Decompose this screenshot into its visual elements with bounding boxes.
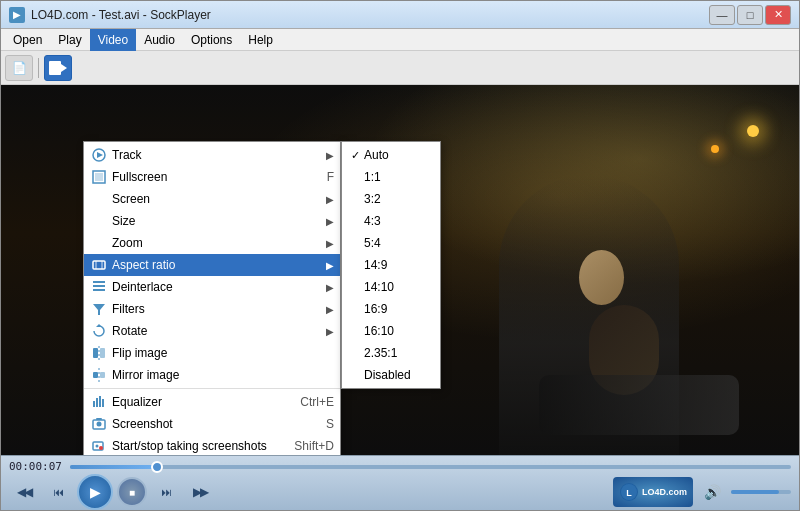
menu-aspect-ratio[interactable]: Aspect ratio ▶ xyxy=(84,254,340,276)
track-icon xyxy=(90,146,108,164)
svg-marker-12 xyxy=(93,304,105,315)
menu-open[interactable]: Open xyxy=(5,29,50,51)
disabled-label: Disabled xyxy=(364,368,434,382)
screen-label: Screen xyxy=(112,192,326,206)
menu-equalizer[interactable]: Equalizer Ctrl+E xyxy=(84,391,340,413)
aspect-1-1[interactable]: 1:1 xyxy=(342,166,440,188)
menu-track[interactable]: Track ▶ xyxy=(84,144,340,166)
flip-icon xyxy=(90,344,108,362)
title-bar: ▶ LO4D.com - Test.avi - SockPlayer — □ ✕ xyxy=(1,1,799,29)
aspect-disabled[interactable]: Disabled xyxy=(342,364,440,386)
svg-point-29 xyxy=(96,445,99,448)
svg-rect-18 xyxy=(100,372,105,378)
volume-icon[interactable]: 🔊 xyxy=(697,477,727,507)
deinterlace-label: Deinterlace xyxy=(112,280,326,294)
1-1-label: 1:1 xyxy=(364,170,434,184)
menu-screenshot[interactable]: Screenshot S xyxy=(84,413,340,435)
deinterlace-arrow: ▶ xyxy=(326,282,334,293)
minimize-button[interactable]: — xyxy=(709,5,735,25)
aspect-3-2[interactable]: 3:2 xyxy=(342,188,440,210)
14-10-label: 14:10 xyxy=(364,280,434,294)
screenshot-start-label: Start/stop taking screenshots xyxy=(112,439,274,453)
svg-rect-6 xyxy=(93,261,105,269)
aspect-icon xyxy=(90,256,108,274)
aspect-14-9[interactable]: 14:9 xyxy=(342,254,440,276)
screenshot-shortcut: S xyxy=(326,417,334,431)
menu-size[interactable]: Size ▶ xyxy=(84,210,340,232)
fast-forward-button[interactable]: ▶▶ xyxy=(185,477,215,507)
close-button[interactable]: ✕ xyxy=(765,5,791,25)
aspect-4-3[interactable]: 4:3 xyxy=(342,210,440,232)
progress-bar[interactable] xyxy=(70,465,791,469)
mirror-icon xyxy=(90,366,108,384)
menu-audio[interactable]: Audio xyxy=(136,29,183,51)
aspect-2-35-1[interactable]: 2.35:1 xyxy=(342,342,440,364)
svg-point-28 xyxy=(99,446,103,450)
screenshot-icon xyxy=(90,415,108,433)
aspect-5-4[interactable]: 5:4 xyxy=(342,232,440,254)
menu-play[interactable]: Play xyxy=(50,29,89,51)
menu-bar: Open Play Video Audio Options Help xyxy=(1,29,799,51)
title-bar-left: ▶ LO4D.com - Test.avi - SockPlayer xyxy=(9,7,211,23)
play-button[interactable]: ▶ xyxy=(77,474,113,510)
aspect-16-9[interactable]: 16:9 xyxy=(342,298,440,320)
menu-screen[interactable]: Screen ▶ xyxy=(84,188,340,210)
svg-marker-3 xyxy=(97,152,103,158)
menu-video[interactable]: Video xyxy=(90,29,136,51)
prev-button[interactable]: ⏮ xyxy=(43,477,73,507)
svg-rect-9 xyxy=(93,281,105,283)
menu-fullscreen[interactable]: Fullscreen F xyxy=(84,166,340,188)
equalizer-label: Equalizer xyxy=(112,395,280,409)
menu-flip[interactable]: Flip image xyxy=(84,342,340,364)
next-button[interactable]: ⏭ xyxy=(151,477,181,507)
zoom-label: Zoom xyxy=(112,236,326,250)
aspect-16-10[interactable]: 16:10 xyxy=(342,320,440,342)
menu-screenshot-start[interactable]: Start/stop taking screenshots Shift+D xyxy=(84,435,340,455)
filters-icon xyxy=(90,300,108,318)
size-arrow: ▶ xyxy=(326,216,334,227)
16-9-label: 16:9 xyxy=(364,302,434,316)
rewind-button[interactable]: ◀◀ xyxy=(9,477,39,507)
lo4d-logo: L LO4D.com xyxy=(613,477,693,507)
4-3-label: 4:3 xyxy=(364,214,434,228)
stop-button[interactable]: ■ xyxy=(117,477,147,507)
toolbar-video-btn[interactable] xyxy=(44,55,72,81)
track-arrow: ▶ xyxy=(326,150,334,161)
maximize-button[interactable]: □ xyxy=(737,5,763,25)
separator-1 xyxy=(84,388,340,389)
zoom-icon xyxy=(90,234,108,252)
menu-zoom[interactable]: Zoom ▶ xyxy=(84,232,340,254)
screenshot-start-icon xyxy=(90,437,108,455)
svg-rect-20 xyxy=(93,401,95,407)
current-time: 00:00:07 xyxy=(9,460,64,473)
5-4-label: 5:4 xyxy=(364,236,434,250)
menu-help[interactable]: Help xyxy=(240,29,281,51)
rotate-icon xyxy=(90,322,108,340)
screen-arrow: ▶ xyxy=(326,194,334,205)
menu-deinterlace[interactable]: Deinterlace ▶ xyxy=(84,276,340,298)
video-dropdown-menu: Track ▶ Fullscreen F Screen ▶ Size ▶ xyxy=(83,141,341,455)
equalizer-icon xyxy=(90,393,108,411)
filters-label: Filters xyxy=(112,302,326,316)
volume-fill xyxy=(731,490,779,494)
control-bar: 00:00:07 ◀◀ ⏮ ▶ ■ ⏭ ▶▶ L LO4D.com 🔊 xyxy=(1,455,799,510)
svg-rect-17 xyxy=(93,372,98,378)
size-label: Size xyxy=(112,214,326,228)
deinterlace-icon xyxy=(90,278,108,296)
svg-rect-21 xyxy=(96,398,98,407)
volume-track[interactable] xyxy=(731,490,791,494)
menu-options[interactable]: Options xyxy=(183,29,240,51)
progress-thumb xyxy=(151,461,163,473)
logo-content: L LO4D.com xyxy=(619,482,687,502)
controls-row: ◀◀ ⏮ ▶ ■ ⏭ ▶▶ L LO4D.com 🔊 xyxy=(9,477,791,507)
app-icon: ▶ xyxy=(9,7,25,23)
aspect-14-10[interactable]: 14:10 xyxy=(342,276,440,298)
fullscreen-label: Fullscreen xyxy=(112,170,307,184)
aspect-auto[interactable]: ✓ Auto xyxy=(342,144,440,166)
menu-rotate[interactable]: Rotate ▶ xyxy=(84,320,340,342)
menu-mirror[interactable]: Mirror image xyxy=(84,364,340,386)
toolbar-open-btn[interactable]: 📄 xyxy=(5,55,33,81)
window-title: LO4D.com - Test.avi - SockPlayer xyxy=(31,8,211,22)
menu-filters[interactable]: Filters ▶ xyxy=(84,298,340,320)
zoom-arrow: ▶ xyxy=(326,238,334,249)
